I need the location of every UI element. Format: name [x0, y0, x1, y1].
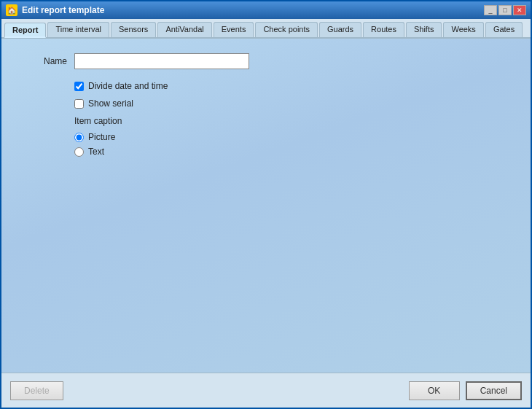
title-buttons: _ □ ✕: [484, 5, 526, 15]
name-input[interactable]: [74, 53, 249, 69]
divide-datetime-checkbox[interactable]: [74, 82, 84, 91]
divide-datetime-label: Divide date and time: [88, 81, 168, 91]
divide-datetime-group: Divide date and time: [74, 81, 509, 91]
tab-report[interactable]: Report: [4, 23, 46, 38]
tab-guards[interactable]: Guards: [319, 22, 361, 37]
name-field-group: Name: [23, 53, 509, 69]
tab-check-points[interactable]: Check points: [255, 22, 318, 37]
footer: Delete OK Cancel: [1, 373, 531, 408]
close-button[interactable]: ✕: [513, 5, 526, 15]
picture-radio-group: Picture: [74, 132, 509, 142]
show-serial-label: Show serial: [88, 98, 133, 109]
tab-antivandal[interactable]: AntiVandal: [157, 22, 211, 37]
tab-events[interactable]: Events: [214, 22, 254, 37]
cancel-button[interactable]: Cancel: [466, 381, 522, 400]
delete-button[interactable]: Delete: [10, 381, 63, 400]
tab-routes[interactable]: Routes: [363, 22, 404, 37]
name-label: Name: [23, 56, 67, 66]
tab-shifts[interactable]: Shifts: [406, 22, 442, 37]
tab-sensors[interactable]: Sensors: [111, 22, 156, 37]
footer-right: OK Cancel: [409, 381, 522, 400]
item-caption-label: Item caption: [74, 116, 509, 126]
show-serial-checkbox[interactable]: [74, 99, 84, 109]
content-area: Name Divide date and time Show serial It…: [1, 39, 531, 373]
tab-bar: Report Time interval Sensors AntiVandal …: [1, 19, 531, 39]
title-bar: 🏠 Edit report template _ □ ✕: [1, 1, 531, 19]
show-serial-group: Show serial: [74, 98, 509, 109]
tab-time-interval[interactable]: Time interval: [47, 22, 109, 37]
tab-gates[interactable]: Gates: [485, 22, 523, 37]
text-radio[interactable]: [74, 147, 84, 157]
ok-button[interactable]: OK: [409, 381, 460, 400]
tab-weeks[interactable]: Weeks: [443, 22, 483, 37]
picture-radio[interactable]: [74, 133, 84, 142]
picture-label: Picture: [88, 132, 115, 142]
main-window: 🏠 Edit report template _ □ ✕ Report Time…: [0, 0, 532, 409]
maximize-button[interactable]: □: [498, 5, 512, 15]
title-bar-left: 🏠 Edit report template: [6, 4, 104, 16]
window-title: Edit report template: [22, 5, 104, 15]
footer-left: Delete: [10, 381, 63, 400]
text-label: Text: [88, 147, 104, 157]
minimize-button[interactable]: _: [484, 5, 497, 15]
text-radio-group: Text: [74, 147, 509, 157]
app-icon: 🏠: [6, 4, 17, 16]
